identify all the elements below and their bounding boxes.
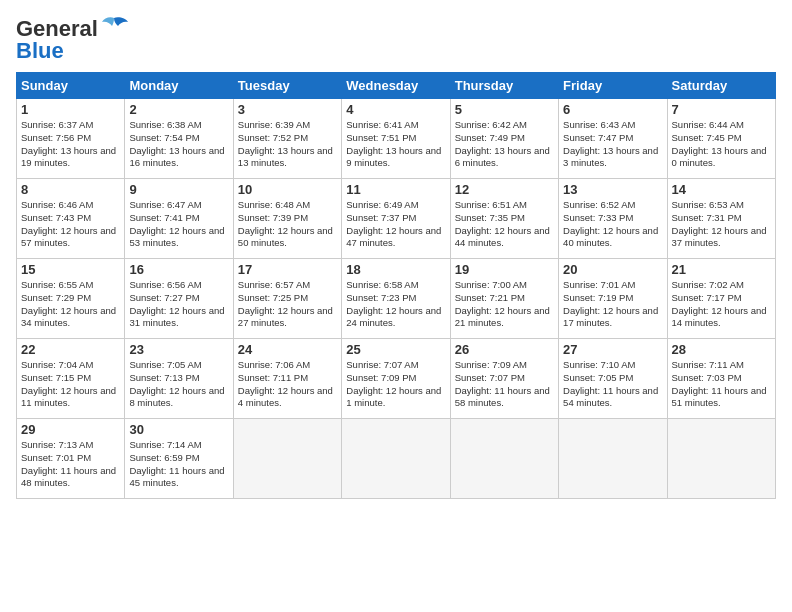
calendar-cell: 24Sunrise: 7:06 AMSunset: 7:11 PMDayligh… [233, 339, 341, 419]
calendar-cell [450, 419, 558, 499]
day-number: 2 [129, 102, 228, 117]
calendar-cell: 12Sunrise: 6:51 AMSunset: 7:35 PMDayligh… [450, 179, 558, 259]
day-number: 15 [21, 262, 120, 277]
calendar-cell: 28Sunrise: 7:11 AMSunset: 7:03 PMDayligh… [667, 339, 775, 419]
logo-blue: Blue [16, 38, 64, 64]
calendar-cell: 26Sunrise: 7:09 AMSunset: 7:07 PMDayligh… [450, 339, 558, 419]
day-info: Sunrise: 7:01 AMSunset: 7:19 PMDaylight:… [563, 279, 662, 330]
calendar-cell [559, 419, 667, 499]
calendar-cell: 6Sunrise: 6:43 AMSunset: 7:47 PMDaylight… [559, 99, 667, 179]
calendar-cell: 20Sunrise: 7:01 AMSunset: 7:19 PMDayligh… [559, 259, 667, 339]
week-row-5: 29Sunrise: 7:13 AMSunset: 7:01 PMDayligh… [17, 419, 776, 499]
week-row-4: 22Sunrise: 7:04 AMSunset: 7:15 PMDayligh… [17, 339, 776, 419]
day-info: Sunrise: 6:51 AMSunset: 7:35 PMDaylight:… [455, 199, 554, 250]
day-info: Sunrise: 6:56 AMSunset: 7:27 PMDaylight:… [129, 279, 228, 330]
weekday-header-saturday: Saturday [667, 73, 775, 99]
calendar-cell: 13Sunrise: 6:52 AMSunset: 7:33 PMDayligh… [559, 179, 667, 259]
calendar-cell: 30Sunrise: 7:14 AMSunset: 6:59 PMDayligh… [125, 419, 233, 499]
calendar-cell: 15Sunrise: 6:55 AMSunset: 7:29 PMDayligh… [17, 259, 125, 339]
day-info: Sunrise: 6:37 AMSunset: 7:56 PMDaylight:… [21, 119, 120, 170]
day-number: 7 [672, 102, 771, 117]
day-number: 9 [129, 182, 228, 197]
day-number: 5 [455, 102, 554, 117]
calendar-cell: 1Sunrise: 6:37 AMSunset: 7:56 PMDaylight… [17, 99, 125, 179]
day-number: 23 [129, 342, 228, 357]
calendar-cell [233, 419, 341, 499]
logo-bird-icon [100, 16, 128, 34]
day-info: Sunrise: 6:42 AMSunset: 7:49 PMDaylight:… [455, 119, 554, 170]
weekday-header-row: SundayMondayTuesdayWednesdayThursdayFrid… [17, 73, 776, 99]
calendar-cell: 11Sunrise: 6:49 AMSunset: 7:37 PMDayligh… [342, 179, 450, 259]
calendar-cell: 8Sunrise: 6:46 AMSunset: 7:43 PMDaylight… [17, 179, 125, 259]
weekday-header-thursday: Thursday [450, 73, 558, 99]
day-info: Sunrise: 7:04 AMSunset: 7:15 PMDaylight:… [21, 359, 120, 410]
week-row-2: 8Sunrise: 6:46 AMSunset: 7:43 PMDaylight… [17, 179, 776, 259]
weekday-header-monday: Monday [125, 73, 233, 99]
day-info: Sunrise: 6:39 AMSunset: 7:52 PMDaylight:… [238, 119, 337, 170]
day-number: 14 [672, 182, 771, 197]
day-number: 3 [238, 102, 337, 117]
week-row-3: 15Sunrise: 6:55 AMSunset: 7:29 PMDayligh… [17, 259, 776, 339]
day-info: Sunrise: 7:10 AMSunset: 7:05 PMDaylight:… [563, 359, 662, 410]
day-info: Sunrise: 7:00 AMSunset: 7:21 PMDaylight:… [455, 279, 554, 330]
calendar-cell: 22Sunrise: 7:04 AMSunset: 7:15 PMDayligh… [17, 339, 125, 419]
calendar-cell: 10Sunrise: 6:48 AMSunset: 7:39 PMDayligh… [233, 179, 341, 259]
day-info: Sunrise: 6:41 AMSunset: 7:51 PMDaylight:… [346, 119, 445, 170]
day-number: 1 [21, 102, 120, 117]
day-info: Sunrise: 7:11 AMSunset: 7:03 PMDaylight:… [672, 359, 771, 410]
calendar-cell [342, 419, 450, 499]
day-info: Sunrise: 6:43 AMSunset: 7:47 PMDaylight:… [563, 119, 662, 170]
calendar-cell: 21Sunrise: 7:02 AMSunset: 7:17 PMDayligh… [667, 259, 775, 339]
day-info: Sunrise: 6:38 AMSunset: 7:54 PMDaylight:… [129, 119, 228, 170]
day-number: 8 [21, 182, 120, 197]
day-info: Sunrise: 6:55 AMSunset: 7:29 PMDaylight:… [21, 279, 120, 330]
day-info: Sunrise: 7:13 AMSunset: 7:01 PMDaylight:… [21, 439, 120, 490]
day-number: 18 [346, 262, 445, 277]
calendar-cell: 2Sunrise: 6:38 AMSunset: 7:54 PMDaylight… [125, 99, 233, 179]
day-number: 16 [129, 262, 228, 277]
day-number: 21 [672, 262, 771, 277]
calendar-cell: 25Sunrise: 7:07 AMSunset: 7:09 PMDayligh… [342, 339, 450, 419]
day-number: 20 [563, 262, 662, 277]
day-info: Sunrise: 6:48 AMSunset: 7:39 PMDaylight:… [238, 199, 337, 250]
calendar-cell: 3Sunrise: 6:39 AMSunset: 7:52 PMDaylight… [233, 99, 341, 179]
calendar-cell: 29Sunrise: 7:13 AMSunset: 7:01 PMDayligh… [17, 419, 125, 499]
calendar-cell: 16Sunrise: 6:56 AMSunset: 7:27 PMDayligh… [125, 259, 233, 339]
weekday-header-sunday: Sunday [17, 73, 125, 99]
week-row-1: 1Sunrise: 6:37 AMSunset: 7:56 PMDaylight… [17, 99, 776, 179]
day-number: 22 [21, 342, 120, 357]
day-number: 4 [346, 102, 445, 117]
day-number: 27 [563, 342, 662, 357]
calendar-cell: 18Sunrise: 6:58 AMSunset: 7:23 PMDayligh… [342, 259, 450, 339]
day-info: Sunrise: 6:49 AMSunset: 7:37 PMDaylight:… [346, 199, 445, 250]
day-number: 12 [455, 182, 554, 197]
day-info: Sunrise: 6:52 AMSunset: 7:33 PMDaylight:… [563, 199, 662, 250]
logo: General Blue [16, 16, 128, 64]
day-info: Sunrise: 7:05 AMSunset: 7:13 PMDaylight:… [129, 359, 228, 410]
calendar-cell: 7Sunrise: 6:44 AMSunset: 7:45 PMDaylight… [667, 99, 775, 179]
day-number: 29 [21, 422, 120, 437]
day-number: 13 [563, 182, 662, 197]
day-number: 17 [238, 262, 337, 277]
day-number: 11 [346, 182, 445, 197]
calendar-cell: 19Sunrise: 7:00 AMSunset: 7:21 PMDayligh… [450, 259, 558, 339]
day-number: 26 [455, 342, 554, 357]
calendar-cell: 23Sunrise: 7:05 AMSunset: 7:13 PMDayligh… [125, 339, 233, 419]
weekday-header-friday: Friday [559, 73, 667, 99]
day-number: 6 [563, 102, 662, 117]
weekday-header-wednesday: Wednesday [342, 73, 450, 99]
day-info: Sunrise: 7:07 AMSunset: 7:09 PMDaylight:… [346, 359, 445, 410]
day-info: Sunrise: 7:06 AMSunset: 7:11 PMDaylight:… [238, 359, 337, 410]
weekday-header-tuesday: Tuesday [233, 73, 341, 99]
calendar-cell: 14Sunrise: 6:53 AMSunset: 7:31 PMDayligh… [667, 179, 775, 259]
day-number: 25 [346, 342, 445, 357]
day-info: Sunrise: 6:44 AMSunset: 7:45 PMDaylight:… [672, 119, 771, 170]
day-number: 28 [672, 342, 771, 357]
calendar-cell: 9Sunrise: 6:47 AMSunset: 7:41 PMDaylight… [125, 179, 233, 259]
day-info: Sunrise: 6:58 AMSunset: 7:23 PMDaylight:… [346, 279, 445, 330]
day-info: Sunrise: 6:53 AMSunset: 7:31 PMDaylight:… [672, 199, 771, 250]
day-info: Sunrise: 6:57 AMSunset: 7:25 PMDaylight:… [238, 279, 337, 330]
day-info: Sunrise: 6:47 AMSunset: 7:41 PMDaylight:… [129, 199, 228, 250]
day-number: 19 [455, 262, 554, 277]
calendar-cell: 17Sunrise: 6:57 AMSunset: 7:25 PMDayligh… [233, 259, 341, 339]
